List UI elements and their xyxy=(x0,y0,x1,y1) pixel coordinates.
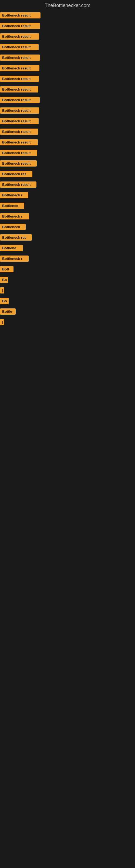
bottleneck-row: Bottleneck result xyxy=(0,116,135,127)
bottleneck-row: Bottleneck result xyxy=(0,148,135,159)
bottleneck-row: Bottleneck result xyxy=(0,42,135,53)
bottleneck-row: Bo xyxy=(0,275,135,286)
bottleneck-row: Bottle xyxy=(0,307,135,317)
bottleneck-badge: Bottleneck result xyxy=(0,55,40,61)
bottleneck-row: Bottleneck result xyxy=(0,32,135,42)
bottleneck-row: Bott xyxy=(0,265,135,275)
bottleneck-badge: Bottleneck res xyxy=(0,235,32,241)
bottleneck-badge: Bottleneck result xyxy=(0,33,39,40)
bottleneck-row: Bottleneck r xyxy=(0,212,135,222)
bottleneck-row: Bottlene xyxy=(0,243,135,254)
bottleneck-badge: Bottleneck result xyxy=(0,12,41,19)
bottleneck-badge: Bottleneck result xyxy=(0,65,39,71)
bottleneck-badge: Bottleneck result xyxy=(0,129,38,135)
bottleneck-badge: Bottleneck result xyxy=(0,97,40,103)
bottleneck-badge: Bottleneck result xyxy=(0,76,39,82)
bottleneck-row: Bottleneck result xyxy=(0,180,135,190)
bottleneck-row: Bottleneck result xyxy=(0,74,135,85)
bottleneck-row: Bottleneck result xyxy=(0,95,135,106)
bottleneck-row: Bottleneck result xyxy=(0,106,135,116)
bottleneck-badge: Bottleneck result xyxy=(0,23,40,29)
bottleneck-row: | xyxy=(0,317,135,328)
bottleneck-row: Bottleneck result xyxy=(0,159,135,169)
bottleneck-badge: | xyxy=(0,287,4,293)
bottleneck-row: Bottleneck r xyxy=(0,254,135,265)
bottleneck-row: Bottleneck r xyxy=(0,190,135,201)
bottleneck-row: Bottleneck result xyxy=(0,137,135,148)
bottleneck-row: Bottlenec xyxy=(0,201,135,212)
bottleneck-badge: Bottleneck result xyxy=(0,160,37,166)
bottleneck-row: Bottleneck result xyxy=(0,127,135,137)
bottleneck-row: Bottleneck res xyxy=(0,233,135,243)
bottleneck-badge: Bottle xyxy=(0,308,16,315)
bottleneck-badge: Bo xyxy=(0,298,9,304)
bottleneck-badge: Bottleneck r xyxy=(0,192,28,198)
bottleneck-row: Bottleneck result xyxy=(0,63,135,74)
bottleneck-badge: Bottleneck result xyxy=(0,86,38,93)
bottleneck-row: Bottleneck xyxy=(0,222,135,233)
bottleneck-badge: Bottleneck r xyxy=(0,255,29,262)
bottleneck-row: Bottleneck result xyxy=(0,85,135,95)
bottleneck-row: | xyxy=(0,286,135,296)
bottleneck-badge: Bottleneck res xyxy=(0,171,32,177)
bottleneck-row: Bottleneck result xyxy=(0,21,135,32)
bottleneck-badge: Bottleneck r xyxy=(0,213,29,219)
bottleneck-badge: Bottleneck result xyxy=(0,139,38,145)
bottleneck-badge: | xyxy=(0,319,4,325)
site-title: TheBottlenecker.com xyxy=(0,0,135,10)
bottleneck-badge: Bott xyxy=(0,266,13,272)
bottleneck-row: Bottleneck result xyxy=(0,53,135,63)
bottleneck-row: Bottleneck result xyxy=(0,10,135,21)
bottleneck-badge: Bottleneck result xyxy=(0,107,39,114)
bottleneck-badge: Bottlenec xyxy=(0,203,24,209)
bottleneck-badge: Bottleneck result xyxy=(0,150,37,156)
bottleneck-badge: Bottleneck result xyxy=(0,118,39,124)
bottleneck-badge: Bottleneck result xyxy=(0,44,39,50)
bottleneck-badge: Bo xyxy=(0,277,8,283)
bottleneck-badge: Bottleneck result xyxy=(0,182,37,188)
bottleneck-badge: Bottleneck xyxy=(0,224,26,230)
bottleneck-row: Bo xyxy=(0,296,135,307)
bottleneck-row: Bottleneck res xyxy=(0,169,135,180)
bottleneck-badge: Bottlene xyxy=(0,245,23,251)
